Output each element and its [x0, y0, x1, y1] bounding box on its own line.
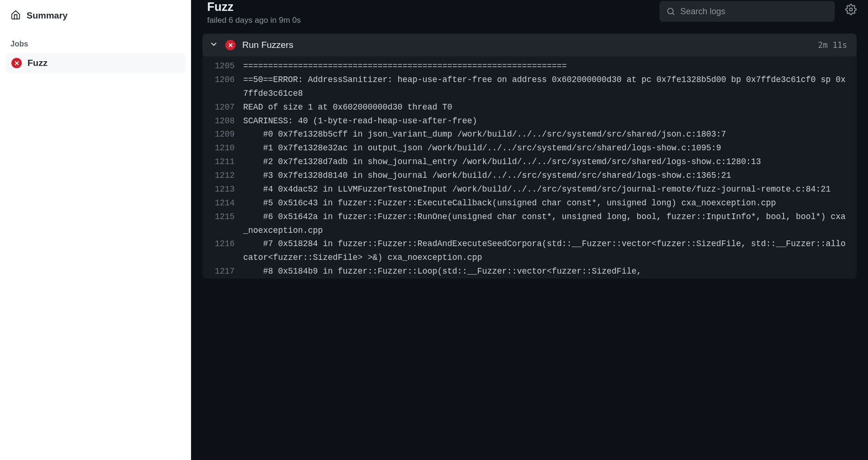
job-name: Fuzz — [27, 58, 47, 68]
line-number: 1207 — [202, 101, 243, 114]
line-number: 1205 — [202, 59, 243, 73]
line-number: 1216 — [202, 237, 243, 251]
log-line[interactable]: 1211 #2 0x7fe1328d7adb in show_journal_e… — [202, 155, 857, 169]
line-number: 1211 — [202, 155, 243, 169]
line-text: #2 0x7fe1328d7adb in show_journal_entry … — [243, 155, 857, 169]
chevron-down-icon — [209, 39, 219, 51]
log-line[interactable]: 1209 #0 0x7fe1328b5cff in json_variant_d… — [202, 128, 857, 141]
log-line[interactable]: 1216 #7 0x518284 in fuzzer::Fuzzer::Read… — [202, 237, 857, 265]
status-line: failed 6 days ago in 9m 0s — [207, 16, 659, 25]
line-text: #4 0x4dac52 in LLVMFuzzerTestOneInput /w… — [243, 183, 857, 196]
step-header[interactable]: Run Fuzzers 2m 11s — [202, 34, 857, 56]
log-line[interactable]: 1217 #8 0x5184b9 in fuzzer::Fuzzer::Loop… — [202, 265, 857, 278]
jobs-heading: Jobs — [6, 35, 185, 53]
step-duration: 2m 11s — [818, 40, 847, 50]
line-number: 1217 — [202, 265, 243, 278]
svg-point-0 — [667, 8, 673, 14]
svg-point-2 — [850, 8, 852, 11]
log-line[interactable]: 1212 #3 0x7fe1328d8140 in show_journal /… — [202, 169, 857, 183]
line-number: 1210 — [202, 141, 243, 155]
main-panel: Fuzz failed 6 days ago in 9m 0s Run Fuzz… — [191, 0, 868, 460]
page-title: Fuzz — [207, 0, 659, 14]
search-icon — [666, 7, 676, 16]
status-failed-icon — [11, 58, 22, 68]
svg-line-1 — [673, 13, 675, 15]
line-text: ==50==ERROR: AddressSanitizer: heap-use-… — [243, 73, 857, 101]
line-text: READ of size 1 at 0x602000000d30 thread … — [243, 101, 857, 114]
line-number: 1208 — [202, 114, 243, 128]
log-line[interactable]: 1215 #6 0x51642a in fuzzer::Fuzzer::RunO… — [202, 210, 857, 238]
step-panel: Run Fuzzers 2m 11s 1205=================… — [202, 34, 857, 278]
line-number: 1215 — [202, 210, 243, 224]
line-number: 1213 — [202, 183, 243, 196]
line-text: #3 0x7fe1328d8140 in show_journal /work/… — [243, 169, 857, 183]
summary-nav-item[interactable]: Summary — [6, 6, 185, 26]
log-line[interactable]: 1205====================================… — [202, 59, 857, 73]
line-text: #7 0x518284 in fuzzer::Fuzzer::ReadAndEx… — [243, 237, 857, 265]
log-line[interactable]: 1210 #1 0x7fe1328e32ac in output_json /w… — [202, 141, 857, 155]
search-input[interactable] — [680, 7, 828, 17]
line-number: 1214 — [202, 196, 243, 210]
line-text: ========================================… — [243, 59, 857, 73]
summary-label: Summary — [27, 10, 68, 21]
line-text: #8 0x5184b9 in fuzzer::Fuzzer::Loop(std:… — [243, 265, 857, 278]
home-icon — [10, 9, 21, 22]
line-text: SCARINESS: 40 (1-byte-read-heap-use-afte… — [243, 114, 857, 128]
search-logs-box[interactable] — [659, 1, 835, 22]
settings-button[interactable] — [845, 4, 857, 17]
line-number: 1212 — [202, 169, 243, 183]
line-text: #5 0x516c43 in fuzzer::Fuzzer::ExecuteCa… — [243, 196, 857, 210]
line-text: #1 0x7fe1328e32ac in output_json /work/b… — [243, 141, 857, 155]
log-line[interactable]: 1206==50==ERROR: AddressSanitizer: heap-… — [202, 73, 857, 101]
log-line[interactable]: 1208SCARINESS: 40 (1-byte-read-heap-use-… — [202, 114, 857, 128]
line-text: #6 0x51642a in fuzzer::Fuzzer::RunOne(un… — [243, 210, 857, 238]
step-title: Run Fuzzers — [242, 40, 812, 50]
line-number: 1206 — [202, 73, 243, 87]
job-item-fuzz[interactable]: Fuzz — [6, 53, 185, 73]
log-line[interactable]: 1207READ of size 1 at 0x602000000d30 thr… — [202, 101, 857, 114]
log-line[interactable]: 1213 #4 0x4dac52 in LLVMFuzzerTestOneInp… — [202, 183, 857, 196]
line-text: #0 0x7fe1328b5cff in json_variant_dump /… — [243, 128, 857, 141]
gear-icon — [845, 4, 857, 15]
status-failed-icon — [225, 40, 236, 50]
sidebar: Summary Jobs Fuzz — [0, 0, 191, 460]
line-number: 1209 — [202, 128, 243, 141]
log-body[interactable]: 1205====================================… — [202, 56, 857, 278]
job-header: Fuzz failed 6 days ago in 9m 0s — [191, 0, 868, 34]
log-line[interactable]: 1214 #5 0x516c43 in fuzzer::Fuzzer::Exec… — [202, 196, 857, 210]
